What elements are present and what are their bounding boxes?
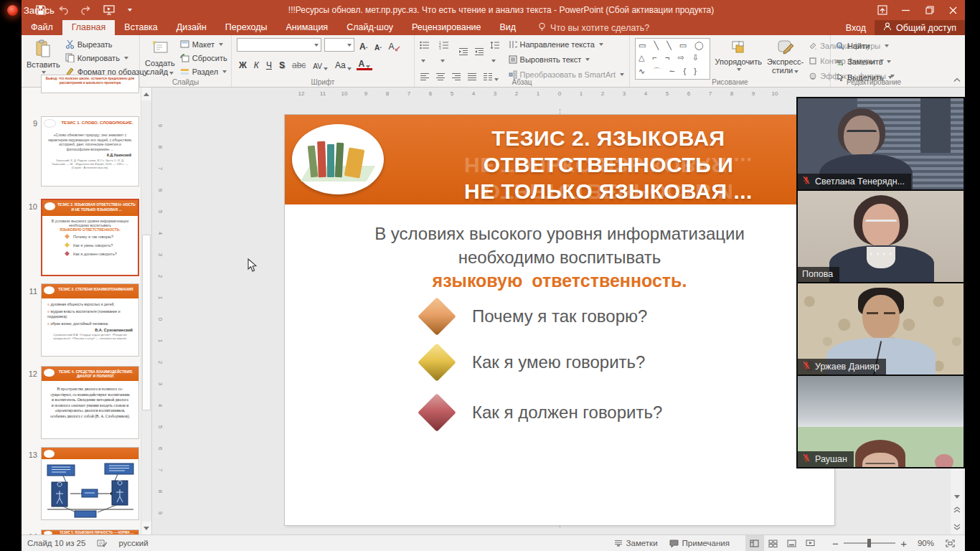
- new-slide-button[interactable]: Создатьслайд: [145, 38, 175, 76]
- participant-tile-popova[interactable]: Попова: [798, 191, 963, 282]
- reset-button[interactable]: Сбросить: [180, 52, 227, 64]
- tell-me-box[interactable]: Что вы хотите сделать?: [532, 20, 655, 35]
- undo-icon[interactable]: [57, 6, 69, 15]
- font-name-combo[interactable]: [237, 38, 321, 52]
- align-text-button[interactable]: Выровнять текст: [509, 53, 624, 65]
- fit-to-window-icon[interactable]: [940, 535, 965, 551]
- diamond-bullet-orange: [418, 297, 456, 336]
- thumbnail-scrollbar[interactable]: [141, 88, 151, 534]
- layout-dropdown-icon[interactable]: [219, 43, 223, 46]
- zoom-out-icon[interactable]: −: [827, 537, 844, 550]
- layout-button[interactable]: Макет: [180, 38, 227, 50]
- line-spacing-icon[interactable]: [490, 39, 504, 65]
- vertical-ruler[interactable]: 9876543210123456789: [154, 115, 167, 524]
- tab-home[interactable]: Главная: [62, 20, 116, 35]
- underline-button[interactable]: Ч: [264, 57, 274, 70]
- shrink-font-button[interactable]: Аˇ: [372, 39, 384, 52]
- slide-12-thumbnail[interactable]: ТЕЗИС 4. СРЕДСТВА ВЗАИМОДЕЙСТВИЯ. ДИАЛОГ…: [41, 366, 139, 439]
- shapes-gallery[interactable]: ▭ ╲ ╲ ▭ ◯ △ ⌐ ¬ ⇨ ⇩ ∿ ⌒ ∼ { }: [635, 38, 710, 80]
- spell-check-icon[interactable]: [91, 535, 113, 551]
- share-button[interactable]: Общий доступ: [875, 20, 965, 35]
- text-direction-button[interactable]: Направление текста: [509, 38, 624, 50]
- previous-slide-icon[interactable]: [953, 503, 961, 516]
- new-slide-dropdown-icon[interactable]: [169, 72, 174, 75]
- replace-button[interactable]: ab Заменить: [836, 55, 892, 67]
- font-color-button[interactable]: А: [357, 57, 373, 70]
- section-button[interactable]: Раздел: [180, 65, 227, 77]
- tab-animations[interactable]: Анимация: [276, 20, 337, 35]
- participant-tile-svetlana[interactable]: Светлана Тенерядн...: [798, 98, 963, 189]
- reading-view-button[interactable]: [783, 535, 801, 551]
- paste-dropdown-icon[interactable]: [42, 71, 46, 74]
- participant-tile-urzhaev[interactable]: Уржаев Данияр: [798, 283, 963, 375]
- copy-dropdown-icon[interactable]: [124, 57, 128, 60]
- numbering-icon[interactable]: 123: [439, 39, 453, 65]
- participant-name-tag: Уржаев Данияр: [798, 359, 886, 375]
- slide-sorter-view-button[interactable]: [764, 535, 783, 551]
- ribbon-display-options-icon[interactable]: [870, 0, 894, 20]
- character-spacing-button[interactable]: AV: [311, 57, 330, 70]
- find-button[interactable]: Найти: [836, 39, 892, 52]
- bold-button[interactable]: Ж: [237, 57, 249, 70]
- slide-10-thumbnail[interactable]: ТЕЗИС 2. ЯЗЫКОВАЯ ОТВЕТСТВЕН- НОСТЬ И НЕ…: [41, 199, 139, 276]
- tab-insert[interactable]: Вставка: [115, 20, 166, 35]
- question-row-1: Почему я так говорю?: [423, 303, 647, 330]
- grow-font-button[interactable]: Аˆ: [357, 39, 369, 52]
- italic-button[interactable]: К: [252, 57, 261, 70]
- comments-button[interactable]: Примечания: [664, 535, 735, 551]
- tab-slideshow[interactable]: Слайд-шоу: [337, 20, 402, 35]
- zoom-level[interactable]: 90%: [912, 535, 940, 551]
- bullets-icon[interactable]: [420, 39, 433, 65]
- notes-button[interactable]: Заметки: [608, 535, 664, 551]
- thumbnail-scrollbar-thumb[interactable]: [142, 235, 151, 410]
- thumbnail-scroll-down-icon[interactable]: [141, 522, 151, 534]
- font-size-combo[interactable]: [324, 38, 354, 52]
- slide-vertical-scrollbar[interactable]: [951, 468, 963, 534]
- collapse-ribbon-icon[interactable]: [953, 72, 961, 85]
- change-case-button[interactable]: Aa: [333, 57, 354, 70]
- slide-canvas[interactable]: ТЕЗИС 2. ЯЗЫКОВАЯ ОТВЕТСТВЕННОСТЬ И НЕ Т…: [285, 115, 834, 525]
- participant-tile-raushan[interactable]: Раушан: [798, 376, 963, 467]
- tab-design[interactable]: Дизайн: [167, 20, 216, 35]
- tab-transitions[interactable]: Переходы: [216, 20, 277, 35]
- zoom-in-icon[interactable]: +: [895, 537, 912, 550]
- zoom-slider[interactable]: − +: [827, 535, 912, 551]
- minimize-button[interactable]: [894, 0, 918, 20]
- start-slideshow-icon[interactable]: [103, 5, 115, 15]
- tab-review[interactable]: Рецензирование: [402, 20, 491, 35]
- slide-9-thumbnail[interactable]: ТЕЗИС 1. СЛОВО. СЛОВОЛЮБИЕ. «Слово обнов…: [41, 116, 139, 187]
- slide-13-diagram: [42, 459, 138, 519]
- slideshow-view-button[interactable]: [801, 535, 820, 551]
- strikethrough-button[interactable]: abc: [290, 57, 308, 70]
- normal-view-button[interactable]: [745, 535, 764, 551]
- text-shadow-button[interactable]: S: [277, 57, 287, 70]
- tab-view[interactable]: Вид: [490, 20, 525, 35]
- scroll-down-icon[interactable]: [954, 495, 960, 499]
- sign-in-button[interactable]: Вход: [837, 20, 875, 35]
- cut-button[interactable]: Вырезать: [65, 38, 149, 50]
- tab-file[interactable]: Файл: [22, 20, 62, 35]
- next-slide-icon[interactable]: [953, 520, 961, 533]
- clear-formatting-button[interactable]: А: [387, 39, 402, 52]
- section-dropdown-icon[interactable]: [222, 70, 227, 73]
- horizontal-ruler[interactable]: 121110987654321012345678910: [291, 90, 786, 102]
- slide-13-thumbnail[interactable]: [41, 447, 139, 520]
- zoom-slider-handle[interactable]: [867, 539, 871, 547]
- thumbnail-scroll-up-icon[interactable]: [141, 88, 151, 100]
- slide-counter[interactable]: Слайд 10 из 25: [22, 535, 91, 551]
- svg-text:3: 3: [439, 47, 441, 50]
- slide-body-line-3: языковую ответственность.: [285, 270, 834, 291]
- arrange-button[interactable]: Упорядочить: [715, 38, 762, 71]
- slide-11-thumbnail[interactable]: ТЕЗИС 3. СТЕПЕНИ ВЗАИМОПОНИМАНИЯ ๐ духов…: [41, 283, 139, 357]
- close-button[interactable]: [941, 0, 965, 20]
- arrange-dropdown-icon[interactable]: [737, 68, 741, 71]
- decrease-indent-icon[interactable]: [458, 46, 468, 59]
- quick-styles-button[interactable]: Экспресс-стили: [767, 38, 804, 75]
- copy-button[interactable]: Копировать: [65, 52, 149, 64]
- redo-icon[interactable]: [80, 6, 92, 15]
- increase-indent-icon[interactable]: [474, 46, 484, 59]
- language-indicator[interactable]: русский: [113, 535, 154, 551]
- slide-8-thumbnail-fragment[interactable]: Вывод: что полезно школе, останется пред…: [41, 75, 139, 93]
- restore-button[interactable]: [918, 0, 941, 20]
- paste-button[interactable]: Вставить: [27, 38, 60, 74]
